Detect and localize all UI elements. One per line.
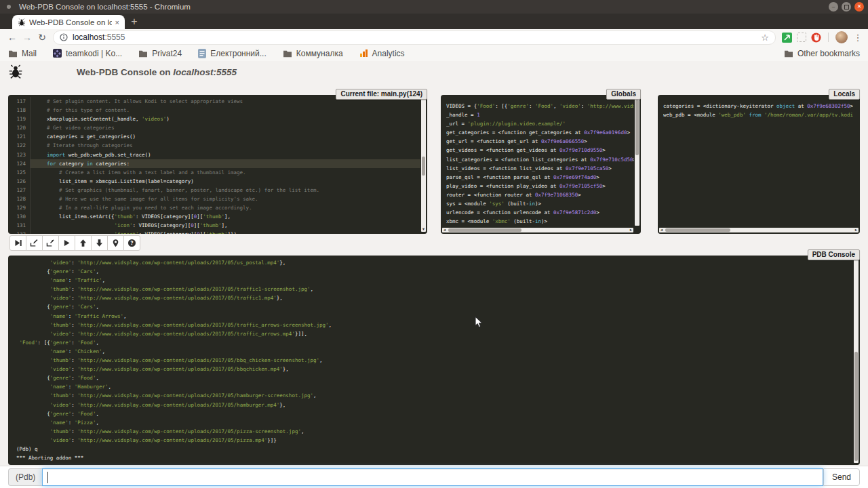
bookmark-label: Електронний...	[210, 49, 267, 58]
address-bar[interactable]: localhost:5555 ☆	[53, 30, 776, 45]
console-line: *** Aborting addon ***	[16, 453, 852, 462]
help-button[interactable]: ?	[123, 235, 140, 251]
step-in-icon	[30, 239, 39, 247]
arrow-down-icon	[95, 239, 104, 247]
maximize-button[interactable]	[842, 2, 851, 12]
up-button[interactable]	[75, 235, 92, 251]
current-file-tab: Current file: main.py(124)	[336, 89, 427, 100]
variable-line: _handle = 1	[446, 110, 634, 119]
code-line: 123 import web_pdb;web_pdb.set_trace()	[8, 150, 420, 159]
code-line: 122 # Iterate through categories	[8, 141, 420, 150]
window-titlebar[interactable]: Web-PDB Console on localhost:5555 - Chro…	[0, 0, 868, 14]
kodi-icon	[53, 49, 62, 58]
code-line: 125 # Create a list item with a text lab…	[8, 168, 420, 177]
code-line: 119 xbmcplugin.setContent(_handle, 'vide…	[8, 115, 420, 123]
step-out-button[interactable]	[42, 235, 59, 251]
console-line: {'genre': 'Cars',	[16, 302, 852, 311]
bookmark-item[interactable]: teamkodi | Ko...	[53, 49, 122, 58]
bookmark-item[interactable]: Mail	[8, 49, 37, 58]
adblock-extension-icon[interactable]	[811, 33, 821, 43]
variable-line: get_url = <function get_url at 0x7f9e6a0…	[446, 137, 634, 146]
console-line: 'name': 'Traffic',	[16, 276, 852, 285]
bookmark-item[interactable]: Privat24	[138, 49, 182, 58]
code-view: 117 # Set plugin content. It allows Kodi…	[8, 97, 420, 234]
bug-icon	[18, 18, 26, 26]
forward-icon[interactable]: →	[20, 32, 35, 43]
step-into-button[interactable]	[26, 235, 43, 251]
bookmark-item[interactable]: Електронний...	[198, 49, 267, 58]
console-line: 'name': 'Traffic Arrows',	[16, 312, 852, 321]
code-line: 126 list_item = xbmcgui.ListItem(label=c…	[8, 177, 420, 186]
down-button[interactable]	[91, 235, 108, 251]
console-line: 'video': 'http://www.vidsplay.com/wp-con…	[16, 329, 852, 338]
code-line: 124 for category in categories:	[8, 159, 420, 168]
pdb-command-input[interactable]	[42, 468, 823, 486]
web-pdb-logo-bug-icon	[8, 64, 23, 82]
new-tab-button[interactable]: +	[125, 16, 144, 28]
console-line: 'thumb': 'http://www.vidsplay.com/wp-con…	[16, 427, 852, 436]
console-line: 'video': 'http://www.vidsplay.com/wp-con…	[16, 258, 852, 267]
other-bookmarks-label: Other bookmarks	[797, 49, 860, 58]
web-pdb-page: Web-PDB Console on localhost:5555 Curren…	[0, 61, 868, 488]
tab-close-icon[interactable]: ×	[115, 18, 119, 26]
code-line: 118 # for this type of content.	[8, 106, 420, 115]
bookmark-label: teamkodi | Ko...	[66, 49, 122, 58]
reload-icon[interactable]: ↻	[35, 32, 50, 43]
close-button[interactable]: ✕	[854, 2, 864, 12]
inactive-extension-icon[interactable]	[797, 33, 806, 42]
console-line: 'thumb': 'http://www.vidsplay.com/wp-con…	[16, 285, 852, 293]
other-bookmarks-button[interactable]: Other bookmarks	[784, 49, 860, 58]
console-vertical-scrollbar[interactable]	[854, 258, 859, 463]
code-vertical-scrollbar[interactable]: ▼	[421, 97, 426, 232]
variable-line: urlencode = <function urlencode at 0x7f9…	[446, 208, 634, 217]
page-title: Web-PDB Console on localhost:5555	[77, 67, 237, 77]
window-title: Web-PDB Console on localhost:5555 - Chro…	[19, 3, 191, 11]
folder-icon	[138, 49, 148, 58]
info-icon[interactable]	[60, 33, 68, 41]
browser-menu-icon[interactable]: ⋮	[852, 33, 863, 43]
console-line: {'genre': 'Food',	[16, 373, 852, 382]
globals-horizontal-scrollbar[interactable]: ◄ ►	[442, 228, 633, 232]
console-line: 'Food': [{'genre': 'Food',	[16, 338, 852, 347]
back-icon[interactable]: ←	[5, 32, 20, 43]
browser-tab[interactable]: Web-PDB Console on loca ×	[12, 15, 125, 29]
locals-horizontal-scrollbar[interactable]: ◄ ►	[659, 228, 859, 232]
variable-line: categories = <dictionary-keyiterator obj…	[663, 102, 853, 110]
globals-panel: Globals VIDEOS = {'Food': [{'genre': 'Fo…	[441, 95, 641, 234]
next-button[interactable]	[9, 235, 26, 251]
chart-icon	[359, 49, 368, 58]
variable-line: VIDEOS = {'Food': [{'genre': 'Food', 'vi…	[446, 102, 634, 110]
url-text[interactable]: localhost:5555	[73, 33, 125, 42]
continue-button[interactable]	[58, 235, 75, 251]
extensions-row: ⋮	[782, 31, 863, 43]
console-line: 'video': 'http://www.vidsplay.com/wp-con…	[16, 401, 852, 409]
pdb-command-input-field[interactable]	[43, 469, 833, 485]
console-line: 'name': 'Pizza',	[16, 418, 852, 427]
locals-view: categories = <dictionary-keyiterator obj…	[663, 102, 853, 227]
where-button[interactable]	[107, 235, 124, 251]
console-line: 'video': 'http://www.vidsplay.com/wp-con…	[16, 293, 852, 302]
green-extension-icon[interactable]	[782, 33, 792, 43]
pdb-prompt-label: (Pdb)	[8, 468, 42, 486]
profile-avatar[interactable]	[835, 31, 848, 43]
question-icon: ?	[127, 239, 136, 247]
code-line: 129 # In a real-life plugin you need to …	[8, 203, 420, 212]
bookmark-star-icon[interactable]: ☆	[761, 33, 769, 43]
variable-line: get_categories = <function get_categorie…	[446, 128, 634, 137]
console-line: {'genre': 'Food',	[16, 409, 852, 418]
console-line: 'thumb': 'http://www.vidsplay.com/wp-con…	[16, 391, 852, 400]
bookmark-item[interactable]: Коммуналка	[283, 49, 343, 58]
code-line: 127 # Set graphics (thumbnail, fanart, b…	[8, 186, 420, 195]
locals-tab: Locals	[829, 89, 860, 100]
bookmark-item[interactable]: Analytics	[359, 49, 405, 58]
svg-text:?: ?	[130, 240, 133, 246]
minimize-button[interactable]: –	[829, 2, 838, 12]
map-marker-icon	[111, 239, 120, 247]
globals-vertical-scrollbar[interactable]	[635, 97, 639, 226]
folder-icon	[283, 49, 292, 58]
bookmark-label: Mail	[22, 49, 37, 58]
code-line: 131 'icon': VIDEOS[category][0]['thumb']…	[8, 221, 420, 230]
code-line: 130 list_item.setArt({'thumb': VIDEOS[ca…	[8, 212, 420, 221]
folder-icon	[784, 49, 793, 58]
console-line: 'video': 'http://www.vidsplay.com/wp-con…	[16, 365, 852, 373]
